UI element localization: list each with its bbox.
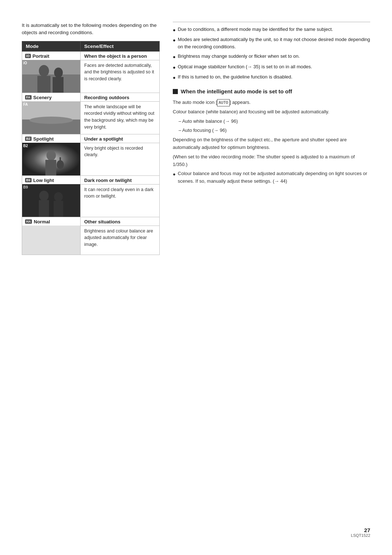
mode-label: B9Low light xyxy=(22,176,80,184)
mode-icon: B9 xyxy=(25,178,32,182)
bullet-text: Brightness may change suddenly or flicke… xyxy=(178,53,300,61)
svg-point-22 xyxy=(54,192,63,202)
mode-label: B2Spotlight xyxy=(22,134,80,143)
svg-point-2 xyxy=(39,65,49,77)
mode-label: HANormal xyxy=(22,217,80,226)
mode-name: Portrait xyxy=(33,53,49,59)
effect-title: Other situations xyxy=(81,217,159,226)
effect-desc: The whole landscape will be recorded viv… xyxy=(81,102,159,134)
table-row: FAScenery FA Recording outdoorsThe whole… xyxy=(22,93,160,134)
mode-name: Spotlight xyxy=(33,136,54,142)
mode-name: Normal xyxy=(34,219,50,224)
section-para-4: (When set to the video recording mode: T… xyxy=(173,153,370,169)
table-row: B9Low light B9 Dark room or twilightIt c… xyxy=(22,175,160,217)
bullet-text: If this is turned to on, the guideline f… xyxy=(178,73,293,81)
svg-rect-1 xyxy=(22,74,80,93)
bullet-item: ●Brightness may change suddenly or flick… xyxy=(173,53,370,61)
section-para-2: Colour balance (white balance) and focus… xyxy=(173,108,370,116)
mode-cell: FAScenery FA xyxy=(22,93,81,134)
table-row: iOPortrait iO When the object is a perso… xyxy=(22,51,160,93)
svg-point-4 xyxy=(54,68,63,78)
divider xyxy=(173,22,370,22)
effect-cell: Recording outdoorsThe whole landscape wi… xyxy=(81,93,160,134)
mode-cell: iOPortrait iO xyxy=(22,51,81,93)
effect-title: Under a spotlight xyxy=(81,134,159,143)
effect-desc: Very bright object is recorded clearly. xyxy=(81,143,159,162)
svg-rect-23 xyxy=(54,201,63,217)
svg-rect-17 xyxy=(60,157,61,166)
svg-text:FA: FA xyxy=(23,102,28,106)
bullet-dot-icon: ● xyxy=(173,171,176,185)
effect-desc: Faces are detected automatically, and th… xyxy=(81,60,159,85)
mode-icon: iO xyxy=(25,54,31,58)
section-para-3: Depending on the brightness of the subje… xyxy=(173,136,370,151)
mode-image-spotlight: B2 xyxy=(22,143,80,175)
page-code: LSQT1522 xyxy=(351,533,370,538)
svg-text:B9: B9 xyxy=(23,185,28,189)
svg-point-10 xyxy=(29,117,73,124)
svg-rect-21 xyxy=(39,200,49,217)
right-column: ●Due to conditions, a different mode may… xyxy=(173,22,370,255)
bullet-dot-icon: ● xyxy=(173,53,176,61)
effect-title: Recording outdoors xyxy=(81,93,159,102)
bullet-item: ●If this is turned to on, the guideline … xyxy=(173,73,370,81)
bullet-text: Modes are selected automatically by the … xyxy=(178,36,370,50)
bullet-item: ●Modes are selected automatically by the… xyxy=(173,36,370,50)
bullet-dot-icon: ● xyxy=(173,64,176,71)
page-footer: 27 LSQT1522 xyxy=(351,527,370,538)
section-header: When the intelligent auto mode is set to… xyxy=(173,88,370,95)
section-para-1: The auto mode icon [AUTO] appears. xyxy=(173,99,370,106)
mode-image-portrait: iO xyxy=(22,60,80,93)
mode-icon: B2 xyxy=(25,137,32,141)
bullet-dot-icon: ● xyxy=(173,27,176,34)
svg-text:iO: iO xyxy=(23,61,27,65)
bullet-item: ●Due to conditions, a different mode may… xyxy=(173,26,370,34)
svg-text:B2: B2 xyxy=(23,144,28,148)
right-bullets-section: ●Due to conditions, a different mode may… xyxy=(173,22,370,81)
bullet-dot-icon: ● xyxy=(173,37,176,50)
effect-desc: Brightness and colour balance are adjust… xyxy=(81,226,159,251)
mode-label: FAScenery xyxy=(22,93,80,101)
svg-rect-15 xyxy=(45,160,56,175)
svg-rect-5 xyxy=(53,77,64,93)
mode-cell: HANormal xyxy=(22,217,81,255)
mode-cell: B2Spotlight B2 xyxy=(22,134,81,175)
table-row: HANormalOther situationsBrightness and c… xyxy=(22,217,160,255)
page-number: 27 xyxy=(351,527,370,533)
effect-desc: It can record clearly even in a dark roo… xyxy=(81,185,159,203)
section-body: The auto mode icon [AUTO] appears. Colou… xyxy=(173,99,370,185)
section-indent-2: – Auto focusing (→ 96) xyxy=(173,127,370,134)
left-column: It is automatically set to the following… xyxy=(22,22,160,255)
mode-name: Scenery xyxy=(33,95,52,100)
table-header-mode: Mode xyxy=(22,41,81,51)
mode-cell: B9Low light B9 xyxy=(22,175,81,217)
table-header-effect: Scene/Effect xyxy=(81,41,160,51)
effect-cell: When the object is a personFaces are det… xyxy=(81,51,160,93)
bullet-text: Optical image stabilizer function (→ 35)… xyxy=(178,63,312,71)
svg-point-20 xyxy=(39,191,49,201)
mode-table: Mode Scene/Effect iOPortrait iO When the… xyxy=(22,41,160,255)
mode-image-placeholder xyxy=(22,226,80,255)
effect-cell: Under a spotlightVery bright object is r… xyxy=(81,134,160,175)
effect-title: Dark room or twilight xyxy=(81,176,159,185)
effect-cell: Other situationsBrightness and colour ba… xyxy=(81,217,160,255)
section-bottom-bullet-text: Colour balance and focus may not be adju… xyxy=(178,170,370,185)
effect-cell: Dark room or twilightIt can record clear… xyxy=(81,175,160,217)
section-title: When the intelligent auto mode is set to… xyxy=(181,88,292,95)
mode-icon: FA xyxy=(25,95,32,100)
auto-badge: AUTO xyxy=(217,99,230,106)
svg-point-14 xyxy=(46,150,56,161)
intro-text: It is automatically set to the following… xyxy=(22,22,160,37)
mode-image-lowlight: B9 xyxy=(22,184,80,217)
mode-name: Low light xyxy=(33,178,54,183)
bullet-item: ●Optical image stabilizer function (→ 35… xyxy=(173,63,370,71)
page: It is automatically set to the following… xyxy=(0,0,392,555)
section-square-icon xyxy=(173,89,178,94)
bullet-text: Due to conditions, a different mode may … xyxy=(178,26,333,34)
table-row: B2Spotlight B2 Under a spotlightVery bri… xyxy=(22,134,160,175)
section-indent-1: – Auto white balance (→ 96) xyxy=(173,118,370,125)
mode-label: iOPortrait xyxy=(22,52,80,60)
mode-image-scenery: FA xyxy=(22,101,80,134)
mode-icon: HA xyxy=(25,219,32,224)
content-area: It is automatically set to the following… xyxy=(22,22,370,255)
